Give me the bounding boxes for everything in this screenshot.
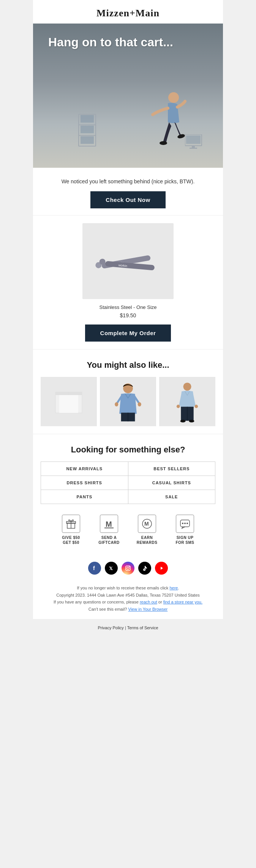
gift-icon: [66, 518, 76, 529]
svg-point-32: [189, 420, 194, 422]
links-section-title: Looking for something else?: [41, 445, 215, 455]
nav-item-sale[interactable]: SALE: [128, 490, 216, 504]
or-text: or: [158, 600, 162, 604]
svg-point-44: [184, 523, 186, 524]
product-variant: Stainless Steel - One Size: [44, 304, 212, 310]
svg-point-43: [182, 523, 183, 524]
footer-copyright: Copyright 2023. 1444 Oak Lawn Ave #545 D…: [44, 592, 212, 599]
nav-item-pants[interactable]: PANTS: [41, 490, 128, 504]
icons-row: GIVE $50GET $50 M SEND AGIFTCARD: [41, 515, 215, 545]
find-store-link[interactable]: find a store near you.: [163, 600, 202, 604]
svg-point-28: [183, 383, 191, 391]
give-get-icon: [62, 515, 80, 533]
nav-item-casual-shirts[interactable]: CASUAL SHIRTS: [128, 476, 216, 490]
intro-text: We noticed you left something behind (ni…: [44, 178, 212, 184]
folded-shirt-icon: [50, 384, 88, 419]
nav-item-best-sellers[interactable]: BEST SELLERS: [128, 462, 216, 476]
rewards-m-circle-icon: M: [141, 518, 153, 529]
man-standing-icon: [168, 381, 206, 422]
svg-rect-11: [192, 146, 195, 148]
svg-point-8: [177, 134, 185, 139]
rewards-label: EARNREWARDS: [137, 535, 158, 545]
complete-order-button[interactable]: Complete My Order: [85, 325, 171, 342]
tiktok-svg: [142, 565, 148, 571]
email-wrapper: Mizzen+Main: [0, 0, 256, 636]
hero-floor-monitor: [185, 134, 203, 150]
giftcard-icon-item[interactable]: M SEND AGIFTCARD: [94, 515, 124, 545]
terms-of-service-link[interactable]: Terms of Service: [127, 625, 158, 630]
svg-point-45: [186, 523, 188, 524]
also-like-title: You might also like...: [41, 360, 215, 370]
cant-see-text: Can't see this email?: [88, 607, 127, 611]
twitter-x-icon[interactable]: 𝕏: [105, 562, 118, 575]
brand-m-icon: M: [104, 518, 114, 529]
svg-point-33: [177, 405, 180, 408]
svg-text:f: f: [93, 565, 95, 571]
product-image: würkin würkin: [82, 223, 174, 299]
svg-rect-1: [81, 136, 94, 144]
header: Mizzen+Main: [33, 0, 223, 24]
navigation-grid: NEW ARRIVALS BEST SELLERS DRESS SHIRTS C…: [41, 462, 215, 504]
footer-unsubscribe: If you no longer wish to receive these e…: [44, 584, 212, 592]
hero-headline: Hang on to that cart...: [48, 35, 173, 49]
brand-logo[interactable]: Mizzen+Main: [33, 8, 223, 19]
email-container: Mizzen+Main: [33, 0, 223, 636]
nav-item-dress-shirts[interactable]: DRESS SHIRTS: [41, 476, 128, 490]
instagram-icon[interactable]: [122, 562, 134, 575]
unsubscribe-text: If you no longer wish to receive these e…: [77, 586, 168, 590]
svg-point-7: [160, 141, 167, 145]
also-like-section: You might also like...: [33, 350, 223, 434]
sms-icon-item[interactable]: SIGN UPFOR SMS: [170, 515, 200, 545]
footer-cant-see: Can't see this email? View in Your Brows…: [44, 606, 212, 613]
hero-running-man: [147, 90, 189, 151]
intro-section: We noticed you left something behind (ni…: [33, 168, 223, 215]
svg-rect-5: [81, 115, 94, 123]
svg-point-49: [127, 567, 129, 569]
svg-point-6: [168, 92, 179, 103]
reach-out-link[interactable]: reach out: [140, 600, 157, 604]
hero-stack-monitors: [77, 113, 98, 147]
facebook-svg: f: [92, 565, 98, 571]
svg-point-27: [138, 402, 141, 406]
sms-label: SIGN UPFOR SMS: [175, 535, 194, 545]
give-get-label: GIVE $50GET $50: [62, 535, 80, 545]
instagram-svg: [125, 565, 131, 572]
svg-point-34: [194, 405, 198, 408]
view-browser-link[interactable]: View in Your Browser: [128, 607, 168, 611]
youtube-svg: [158, 566, 165, 571]
facebook-icon[interactable]: f: [88, 562, 101, 575]
social-row: f 𝕏: [33, 556, 223, 581]
svg-text:M: M: [106, 520, 112, 528]
nav-item-new-arrivals[interactable]: NEW ARRIVALS: [41, 462, 128, 476]
give-get-icon-item[interactable]: GIVE $50GET $50: [56, 515, 86, 545]
questions-text: If you have any questions or concerns, p…: [54, 600, 139, 604]
recommended-product-1[interactable]: [41, 377, 97, 426]
tiktok-icon[interactable]: [138, 562, 151, 575]
svg-point-26: [115, 402, 118, 406]
unsubscribe-link[interactable]: here: [169, 586, 178, 590]
svg-rect-22: [59, 395, 78, 413]
svg-rect-10: [186, 135, 201, 144]
rewards-icon: M: [138, 515, 156, 533]
man-blue-shirt-icon: [109, 381, 147, 422]
checkout-now-button[interactable]: Check Out Now: [90, 191, 165, 208]
chat-bubble-icon: [180, 518, 190, 529]
youtube-icon[interactable]: [155, 562, 168, 575]
svg-rect-39: [104, 528, 114, 528]
footer-section: If you no longer wish to receive these e…: [33, 581, 223, 619]
rewards-icon-item[interactable]: M EARNREWARDS: [132, 515, 162, 545]
product-price: $19.50: [44, 312, 212, 318]
svg-text:M: M: [144, 521, 149, 527]
svg-rect-12: [190, 148, 197, 149]
product-section: würkin würkin Stainless Steel - One Size…: [33, 216, 223, 349]
privacy-policy-link[interactable]: Privacy Policy: [98, 625, 123, 630]
recommended-product-2[interactable]: [100, 377, 156, 426]
footer-questions: If you have any questions or concerns, p…: [44, 599, 212, 606]
svg-rect-3: [81, 126, 94, 133]
sms-chat-icon: [176, 515, 194, 533]
x-svg: 𝕏: [108, 565, 114, 571]
hero-image: Hang on to that cart...: [33, 24, 223, 168]
recommended-product-3[interactable]: [159, 377, 215, 426]
svg-text:𝕏: 𝕏: [109, 566, 113, 571]
legal-section: Privacy Policy | Terms of Service: [33, 619, 223, 636]
